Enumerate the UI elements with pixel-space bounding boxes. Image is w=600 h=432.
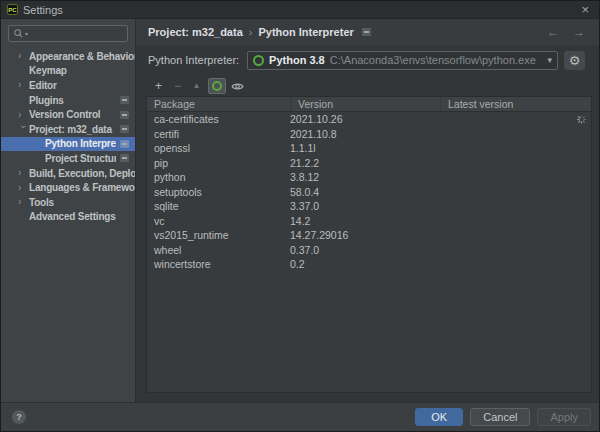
up-arrow-icon: ▲	[193, 82, 201, 90]
gear-icon: ⚙	[569, 54, 581, 67]
add-package-button[interactable]: +	[151, 79, 166, 94]
interpreter-row: Python Interpreter: Python 3.8 C:\Anacon…	[136, 45, 599, 75]
sidebar-item-project-structure[interactable]: ›Project Structure	[1, 151, 135, 166]
package-row-wheel[interactable]: wheel0.37.0	[147, 243, 591, 258]
settings-badge-icon	[120, 154, 129, 162]
help-button[interactable]: ?	[12, 410, 26, 424]
sidebar-item-label: Build, Execution, Deployment	[29, 168, 135, 179]
package-name: python	[147, 171, 290, 183]
sidebar-item-plugins[interactable]: ›Plugins	[1, 93, 135, 108]
sidebar-item-label: Advanced Settings	[29, 211, 135, 222]
package-row-ca-certificates[interactable]: ca-certificates2021.10.26	[147, 112, 591, 127]
conda-icon	[253, 55, 264, 66]
settings-search-box[interactable]: ▾	[8, 25, 128, 42]
settings-badge-icon	[120, 111, 129, 119]
sidebar-item-languages-frameworks[interactable]: ›Languages & Frameworks	[1, 180, 135, 195]
sidebar-item-python-interpreter[interactable]: ›Python Interpreter	[1, 137, 135, 152]
package-version: 1.1.1l	[290, 142, 440, 154]
package-name: vs2015_runtime	[147, 229, 290, 241]
upgrade-package-button[interactable]: ▲	[189, 79, 204, 94]
show-early-releases-button[interactable]	[230, 79, 245, 94]
sidebar-item-appearance-behavior[interactable]: ›Appearance & Behavior	[1, 49, 135, 64]
eye-icon	[231, 81, 244, 92]
chevron-icon[interactable]: ›	[18, 110, 29, 120]
package-name: vc	[147, 215, 290, 227]
package-toolbar: + − ▲	[146, 76, 592, 96]
chevron-icon[interactable]: ›	[18, 80, 29, 90]
use-conda-manager-toggle[interactable]	[208, 78, 226, 94]
footer-bar: ? OK Cancel Apply	[1, 402, 599, 431]
package-name: ca-certificates	[147, 113, 290, 125]
settings-badge-icon	[362, 28, 371, 36]
column-header-latest-version[interactable]: Latest version	[440, 97, 591, 111]
sidebar-item-editor[interactable]: ›Editor	[1, 78, 135, 93]
cancel-button[interactable]: Cancel	[470, 408, 530, 426]
ok-button[interactable]: OK	[415, 408, 463, 426]
package-version: 2021.10.8	[290, 128, 440, 140]
package-name: sqlite	[147, 200, 290, 212]
sidebar-item-version-control[interactable]: ›Version Control	[1, 107, 135, 122]
sidebar-item-tools[interactable]: ›Tools	[1, 195, 135, 210]
breadcrumb-project[interactable]: Project: m32_data	[148, 26, 243, 38]
package-row-certifi[interactable]: certifi2021.10.8	[147, 127, 591, 142]
package-name: wincertstore	[147, 258, 290, 270]
settings-sidebar: ▾ ›Appearance & Behavior›Keymap›Editor›P…	[1, 19, 136, 403]
settings-search-input[interactable]	[28, 28, 123, 39]
breadcrumb: Project: m32_data › Python Interpreter ←…	[136, 19, 599, 45]
package-table-body: ca-certificates2021.10.26certifi2021.10.…	[147, 112, 591, 392]
package-name: pip	[147, 157, 290, 169]
sidebar-item-label: Tools	[29, 197, 135, 208]
package-version: 3.37.0	[290, 200, 440, 212]
chevron-icon[interactable]: ›	[18, 197, 29, 207]
package-version: 14.27.29016	[290, 229, 440, 241]
chevron-icon[interactable]: ›	[18, 183, 29, 193]
sidebar-item-advanced-settings[interactable]: ›Advanced Settings	[1, 210, 135, 225]
interpreter-gear-button[interactable]: ⚙	[564, 51, 585, 70]
package-version: 58.0.4	[290, 186, 440, 198]
window-title: Settings	[23, 4, 63, 16]
close-icon[interactable]: ×	[577, 3, 593, 16]
column-header-version[interactable]: Version	[290, 97, 440, 111]
package-row-vc[interactable]: vc14.2	[147, 214, 591, 229]
package-row-sqlite[interactable]: sqlite3.37.0	[147, 199, 591, 214]
sidebar-item-build-execution-deployment[interactable]: ›Build, Execution, Deployment	[1, 166, 135, 181]
package-version: 14.2	[290, 215, 440, 227]
sidebar-item-label: Keymap	[29, 65, 135, 76]
conda-toggle-icon	[212, 81, 222, 91]
interpreter-select[interactable]: Python 3.8 C:\Anaconda3\envs\tensorflow\…	[247, 51, 558, 70]
sidebar-item-keymap[interactable]: ›Keymap	[1, 64, 135, 79]
chevron-icon[interactable]: ›	[18, 125, 28, 136]
sidebar-item-label: Editor	[29, 80, 135, 91]
package-version: 2021.10.26	[290, 113, 440, 125]
interpreter-label: Python Interpreter:	[148, 54, 239, 66]
settings-badge-icon	[120, 125, 129, 133]
package-row-python[interactable]: python3.8.12	[147, 170, 591, 185]
package-row-vs2015-runtime[interactable]: vs2015_runtime14.27.29016	[147, 228, 591, 243]
apply-button[interactable]: Apply	[537, 408, 591, 426]
sidebar-item-label: Python Interpreter	[45, 138, 116, 149]
chevron-down-icon[interactable]: ▾	[547, 55, 552, 65]
package-row-wincertstore[interactable]: wincertstore0.2	[147, 257, 591, 272]
chevron-icon[interactable]: ›	[18, 168, 29, 178]
breadcrumb-separator-icon: ›	[249, 26, 253, 38]
package-version: 21.2.2	[290, 157, 440, 169]
sidebar-item-label: Project Structure	[45, 153, 116, 164]
package-row-setuptools[interactable]: setuptools58.0.4	[147, 185, 591, 200]
package-row-pip[interactable]: pip21.2.2	[147, 156, 591, 171]
sidebar-item-project-m32-data[interactable]: ›Project: m32_data	[1, 122, 135, 137]
settings-tree: ›Appearance & Behavior›Keymap›Editor›Plu…	[1, 49, 135, 224]
sidebar-item-label: Project: m32_data	[29, 124, 116, 135]
remove-package-button[interactable]: −	[170, 79, 185, 94]
settings-dialog: PC Settings × ▾ ›Appearance & Behavior›K…	[0, 0, 600, 432]
package-row-openssl[interactable]: openssl1.1.1l	[147, 141, 591, 156]
search-icon[interactable]	[13, 28, 24, 39]
back-arrow-icon[interactable]: ←	[547, 25, 559, 39]
settings-badge-icon	[120, 96, 129, 104]
package-version: 3.8.12	[290, 171, 440, 183]
column-header-package[interactable]: Package	[147, 98, 290, 110]
package-latest-version	[440, 114, 591, 125]
chevron-icon[interactable]: ›	[18, 51, 29, 61]
package-name: openssl	[147, 142, 290, 154]
forward-arrow-icon[interactable]: →	[573, 25, 585, 39]
package-name: setuptools	[147, 186, 290, 198]
